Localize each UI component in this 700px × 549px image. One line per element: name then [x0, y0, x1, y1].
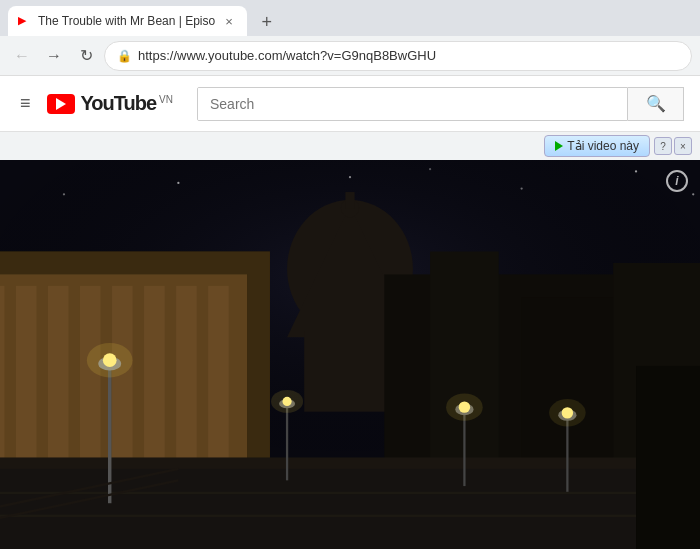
download-banner: Tải video này ? ×	[0, 132, 700, 160]
svg-point-38	[446, 393, 483, 420]
youtube-region-label: VN	[159, 94, 173, 105]
video-frame	[0, 160, 700, 549]
youtube-play-triangle	[56, 98, 66, 110]
url-text: https://www.youtube.com/watch?v=G9nqB8Bw…	[138, 48, 679, 63]
svg-rect-49	[636, 366, 700, 549]
svg-point-30	[87, 343, 133, 377]
svg-point-56	[429, 168, 431, 170]
svg-rect-24	[0, 469, 700, 549]
download-play-icon	[555, 141, 563, 151]
tab-bar: ▶ The Trouble with Mr Bean | Episo × +	[0, 0, 700, 36]
browser-frame: ▶ The Trouble with Mr Bean | Episo × + ←…	[0, 0, 700, 549]
search-button[interactable]: 🔍	[628, 87, 684, 121]
svg-point-53	[635, 170, 637, 172]
reload-button[interactable]: ↻	[72, 42, 100, 70]
tab-close-button[interactable]: ×	[221, 12, 237, 31]
download-label: Tải video này	[567, 139, 639, 153]
search-bar[interactable]	[197, 87, 628, 121]
tab-title: The Trouble with Mr Bean | Episo	[38, 14, 215, 28]
back-button[interactable]: ←	[8, 42, 36, 70]
svg-rect-26	[0, 515, 700, 517]
svg-point-52	[520, 187, 522, 189]
youtube-logo[interactable]: YouTube VN	[47, 92, 173, 115]
youtube-logo-text: YouTube	[81, 92, 157, 115]
video-info-button[interactable]: i	[666, 170, 688, 192]
new-tab-button[interactable]: +	[253, 8, 281, 36]
svg-rect-6	[345, 192, 354, 208]
svg-point-51	[349, 176, 351, 178]
svg-rect-25	[0, 492, 700, 494]
lock-icon: 🔒	[117, 49, 132, 63]
video-scene: i	[0, 160, 700, 549]
video-container[interactable]: i ▶ ⏭ 🔊 0:01 / 24:59	[0, 160, 700, 549]
svg-point-50	[177, 182, 179, 184]
search-input[interactable]	[198, 88, 627, 120]
youtube-header: ≡ YouTube VN 🔍	[0, 76, 700, 132]
svg-point-34	[271, 390, 303, 413]
svg-point-42	[549, 399, 586, 426]
address-bar[interactable]: 🔒 https://www.youtube.com/watch?v=G9nqB8…	[104, 41, 692, 71]
hamburger-menu[interactable]: ≡	[16, 89, 35, 118]
banner-close-buttons: ? ×	[654, 137, 692, 155]
tab-favicon: ▶	[18, 14, 32, 28]
download-button[interactable]: Tải video này	[544, 135, 650, 157]
svg-point-54	[692, 193, 694, 195]
forward-button[interactable]: →	[40, 42, 68, 70]
info-icon-label: i	[675, 174, 678, 188]
svg-rect-4	[304, 332, 396, 412]
youtube-logo-icon	[47, 94, 75, 114]
svg-point-55	[63, 193, 65, 195]
banner-close-button[interactable]: ×	[674, 137, 692, 155]
toolbar: ← → ↻ 🔒 https://www.youtube.com/watch?v=…	[0, 36, 700, 76]
banner-help-button[interactable]: ?	[654, 137, 672, 155]
active-tab[interactable]: ▶ The Trouble with Mr Bean | Episo ×	[8, 6, 247, 36]
